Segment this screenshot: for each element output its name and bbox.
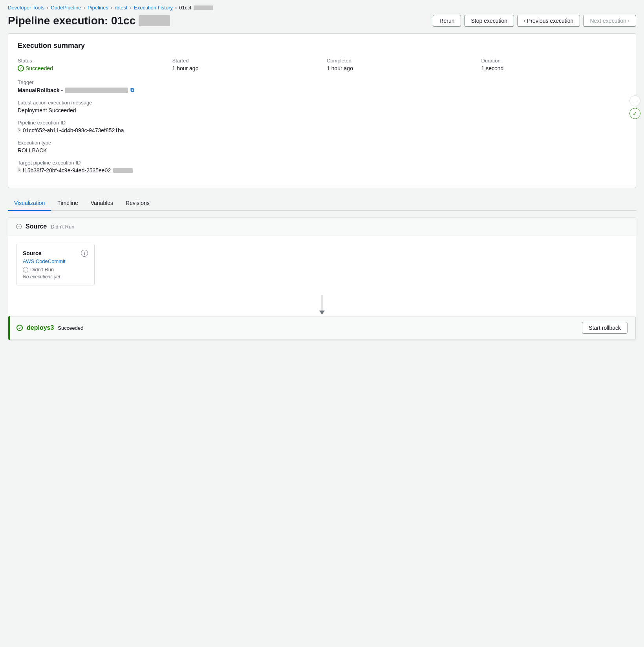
completed-label: Completed xyxy=(327,58,472,64)
latest-action-value: Deployment Succeeded xyxy=(18,107,626,113)
breadcrumb-codepipeline[interactable]: CodePipeline xyxy=(51,5,81,11)
execution-type-label: Execution type xyxy=(18,140,626,146)
target-pipeline-id-row: ⎘ f15b38f7-20bf-4c9e-94ed-2535ee02 xyxy=(18,167,626,174)
external-link-icon[interactable]: ⧉ xyxy=(130,87,134,93)
target-pipeline-section: Target pipeline execution ID ⎘ f15b38f7-… xyxy=(18,160,626,174)
target-pipeline-id-value: f15b38f7-20bf-4c9e-94ed-2535ee02 xyxy=(23,167,111,174)
connector-line xyxy=(322,295,322,311)
breadcrumb-sep-1: › xyxy=(47,5,48,11)
pipeline-execution-id-section: Pipeline execution ID ⎘ 01ccf652-ab11-4d… xyxy=(18,120,626,133)
main-content: Execution summary Status ✓ Succeeded Sta… xyxy=(0,33,644,340)
tab-timeline[interactable]: Timeline xyxy=(51,196,84,211)
side-status-panel: − ✓ xyxy=(629,95,640,119)
latest-action-section: Latest action execution message Deployme… xyxy=(18,100,626,113)
execution-type-value: ROLLBACK xyxy=(18,147,626,154)
source-stage-header: − Source Didn't Run xyxy=(8,217,636,236)
next-execution-button[interactable]: Next execution › xyxy=(583,15,636,27)
trigger-value: ManualRollback - ⧉ xyxy=(18,87,626,93)
tab-revisions[interactable]: Revisions xyxy=(119,196,156,211)
trigger-link-blurred xyxy=(65,88,128,93)
minus-button[interactable]: − xyxy=(629,95,640,106)
copy-icon-2[interactable]: ⎘ xyxy=(18,168,20,173)
deploy-stage: ✓ deploys3 Succeeded Start rollback xyxy=(8,316,636,340)
breadcrumb-rbtest[interactable]: rbtest xyxy=(115,5,128,11)
trigger-label: Trigger xyxy=(18,79,626,85)
header-actions: Rerun Stop execution ‹ Previous executio… xyxy=(433,15,636,27)
copy-icon[interactable]: ⎘ xyxy=(18,128,20,133)
summary-grid: Status ✓ Succeeded Started 1 hour ago Co… xyxy=(18,58,626,71)
breadcrumb-pipelines[interactable]: Pipelines xyxy=(88,5,108,11)
tab-visualization[interactable]: Visualization xyxy=(8,196,51,211)
page-header: Pipeline execution: 01cc Rerun Stop exec… xyxy=(0,13,644,33)
breadcrumb-sep-5: › xyxy=(175,5,177,11)
source-action-note: No executions yet xyxy=(23,274,88,280)
deploy-stage-status: Succeeded xyxy=(58,325,83,331)
breadcrumb-current: 01ccf xyxy=(179,5,191,11)
status-label: Status xyxy=(18,58,163,64)
duration-field: Duration 1 second xyxy=(481,58,627,71)
started-value: 1 hour ago xyxy=(172,65,318,71)
check-circle-icon: ✓ xyxy=(18,65,24,71)
tab-variables[interactable]: Variables xyxy=(84,196,119,211)
chevron-left-icon: ‹ xyxy=(524,18,525,24)
source-stage: − Source Didn't Run Source i AWS CodeCom… xyxy=(8,217,636,293)
completed-value: 1 hour ago xyxy=(327,65,472,71)
started-field: Started 1 hour ago xyxy=(172,58,318,71)
started-label: Started xyxy=(172,58,318,64)
status-field: Status ✓ Succeeded xyxy=(18,58,163,71)
info-icon[interactable]: i xyxy=(81,250,88,257)
source-stage-name: Source xyxy=(26,223,47,230)
deploy-stage-header: ✓ deploys3 Succeeded Start rollback xyxy=(9,316,635,340)
target-pipeline-id-blurred xyxy=(113,168,133,173)
completed-field: Completed 1 hour ago xyxy=(327,58,472,71)
stage-connector xyxy=(8,293,636,316)
codecommit-link[interactable]: AWS CodeCommit xyxy=(23,258,88,264)
breadcrumb-execution-history[interactable]: Execution history xyxy=(134,5,173,11)
stop-execution-button[interactable]: Stop execution xyxy=(464,15,514,27)
previous-execution-button[interactable]: ‹ Previous execution xyxy=(517,15,580,27)
source-didnt-run-icon: − xyxy=(16,224,22,229)
duration-label: Duration xyxy=(481,58,627,64)
source-action-name: Source i xyxy=(23,250,88,257)
source-stage-status: Didn't Run xyxy=(51,224,74,230)
status-value: ✓ Succeeded xyxy=(18,65,163,71)
summary-title: Execution summary xyxy=(18,42,626,50)
source-stage-body: Source i AWS CodeCommit − Didn't Run No … xyxy=(8,236,636,293)
pipeline-execution-id-label: Pipeline execution ID xyxy=(18,120,626,126)
tabs-bar: Visualization Timeline Variables Revisio… xyxy=(8,196,636,211)
pipeline-execution-id-value: 01ccf652-ab11-4d4b-898c-9473ef8521ba xyxy=(23,127,124,133)
check-button[interactable]: ✓ xyxy=(629,108,640,119)
execution-type-section: Execution type ROLLBACK xyxy=(18,140,626,154)
breadcrumb-id-blurred xyxy=(194,5,213,10)
rerun-button[interactable]: Rerun xyxy=(433,15,461,27)
breadcrumb-sep-2: › xyxy=(84,5,85,11)
target-pipeline-label: Target pipeline execution ID xyxy=(18,160,626,166)
breadcrumb-sep-4: › xyxy=(130,5,132,11)
duration-value: 1 second xyxy=(481,65,627,71)
page-title-blurred xyxy=(139,15,170,26)
page-title: Pipeline execution: 01cc xyxy=(8,15,170,27)
visualization-area: − Source Didn't Run Source i AWS CodeCom… xyxy=(8,217,636,340)
connector-arrowhead xyxy=(319,311,325,314)
trigger-section: Trigger ManualRollback - ⧉ xyxy=(18,79,626,93)
deploy-stage-wrapper: ✓ deploys3 Succeeded Start rollback xyxy=(8,316,636,340)
breadcrumb-developer-tools[interactable]: Developer Tools xyxy=(8,5,44,11)
chevron-right-icon: › xyxy=(628,18,629,24)
deploy-stage-name: deploys3 xyxy=(27,324,54,331)
pipeline-execution-id-row: ⎘ 01ccf652-ab11-4d4b-898c-9473ef8521ba xyxy=(18,127,626,133)
breadcrumb-sep-3: › xyxy=(111,5,112,11)
start-rollback-button[interactable]: Start rollback xyxy=(582,322,628,334)
source-action-status: − Didn't Run xyxy=(23,267,88,272)
deploy-success-icon: ✓ xyxy=(16,325,23,331)
source-action-didnt-run-icon: − xyxy=(23,267,28,272)
latest-action-label: Latest action execution message xyxy=(18,100,626,106)
source-action-card: Source i AWS CodeCommit − Didn't Run No … xyxy=(16,244,95,285)
breadcrumb: Developer Tools › CodePipeline › Pipelin… xyxy=(0,0,644,13)
execution-summary-card: Execution summary Status ✓ Succeeded Sta… xyxy=(8,33,636,188)
